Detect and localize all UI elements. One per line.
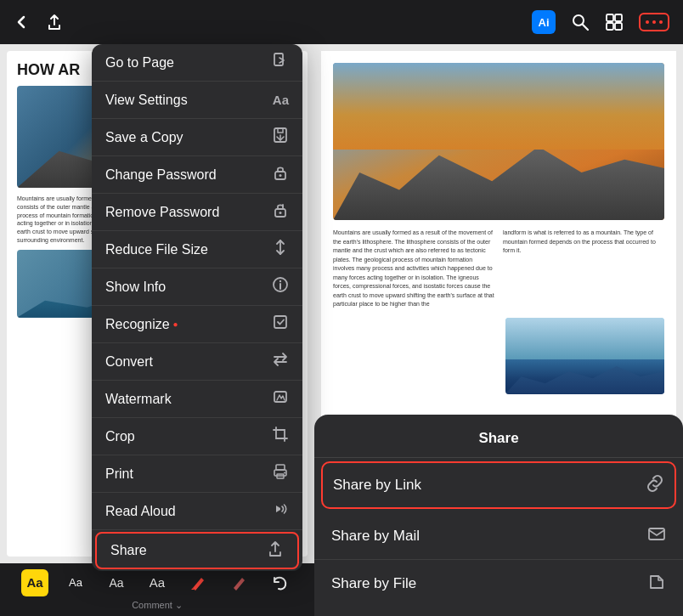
right-lake-image	[505, 318, 664, 394]
share-by-mail-icon	[647, 524, 666, 547]
back-button[interactable]	[14, 14, 31, 31]
share-by-file-icon	[647, 573, 666, 596]
share-by-link-item[interactable]: Share by Link	[321, 461, 676, 509]
crop-icon	[272, 426, 289, 447]
menu-item-convert[interactable]: Convert	[92, 343, 302, 381]
crop-label: Crop	[105, 429, 135, 444]
menu-item-reduce-file-size[interactable]: Reduce File Size	[92, 231, 302, 268]
convert-label: Convert	[105, 354, 153, 370]
svg-rect-20	[274, 316, 286, 328]
eraser-button[interactable]	[225, 569, 252, 596]
menu-item-print[interactable]: Print	[92, 455, 302, 493]
share-by-file-label: Share by File	[331, 575, 416, 592]
bottom-toolbar: Aa Aa Aa Aa Comment	[0, 563, 314, 616]
menu-item-remove-password[interactable]: Remove Password	[92, 194, 302, 231]
read-aloud-icon	[272, 500, 289, 522]
menu-item-view-settings[interactable]: View Settings Aa	[92, 82, 302, 119]
dropdown-menu: Go to Page View Settings Aa Save a Copy …	[92, 44, 302, 571]
menu-item-show-info[interactable]: Show Info	[92, 268, 302, 306]
svg-point-6	[646, 20, 649, 24]
recognize-icon	[272, 314, 289, 335]
change-password-label: Change Password	[105, 167, 217, 183]
svg-point-8	[659, 20, 663, 24]
go-to-page-icon	[272, 52, 289, 73]
share-export-button[interactable]	[46, 14, 63, 31]
change-password-icon	[272, 164, 289, 185]
right-mountain-image	[333, 63, 664, 220]
show-info-label: Show Info	[105, 280, 166, 295]
print-label: Print	[105, 466, 133, 482]
menu-item-crop[interactable]: Crop	[92, 418, 302, 455]
search-button[interactable]	[571, 13, 590, 31]
svg-point-25	[284, 472, 285, 474]
recognize-label: Recognize	[105, 317, 170, 332]
share-icon	[267, 540, 284, 562]
top-toolbar: Ai	[0, 0, 683, 44]
menu-item-share[interactable]: Share	[95, 532, 299, 569]
show-info-icon	[272, 276, 289, 297]
svg-rect-2	[607, 14, 613, 21]
convert-icon	[272, 351, 289, 372]
read-aloud-label: Read Aloud	[105, 504, 176, 519]
svg-rect-5	[615, 23, 622, 30]
share-by-mail-item[interactable]: Share by Mail	[314, 512, 683, 560]
menu-item-read-aloud[interactable]: Read Aloud	[92, 493, 302, 530]
text-highlight-button[interactable]: Aa	[21, 569, 48, 596]
text-medium-button[interactable]: Aa	[103, 569, 130, 596]
text-large-button[interactable]: Aa	[144, 569, 171, 596]
right-text-columns: Mountains are usually formed as a result…	[333, 229, 664, 309]
remove-password-icon	[272, 201, 289, 223]
share-by-link-icon	[646, 474, 664, 497]
view-settings-icon: Aa	[273, 93, 289, 107]
svg-point-7	[652, 20, 656, 24]
svg-point-15	[279, 212, 282, 214]
watermark-label: Watermark	[105, 392, 172, 407]
svg-point-0	[573, 15, 584, 25]
share-by-file-item[interactable]: Share by File	[314, 560, 683, 608]
svg-rect-3	[615, 14, 622, 21]
svg-rect-27	[649, 528, 664, 540]
menu-item-save-copy[interactable]: Save a Copy	[92, 119, 302, 156]
recognize-dot: ●	[173, 319, 178, 329]
svg-rect-4	[607, 23, 613, 30]
share-by-link-label: Share by Link	[333, 477, 421, 494]
menu-item-change-password[interactable]: Change Password	[92, 156, 302, 194]
view-button[interactable]	[605, 13, 624, 31]
menu-item-go-to-page[interactable]: Go to Page	[92, 44, 302, 82]
svg-point-13	[279, 174, 282, 177]
svg-rect-22	[276, 465, 285, 470]
undo-button[interactable]	[266, 569, 293, 596]
view-settings-label: View Settings	[105, 93, 188, 108]
more-button[interactable]	[639, 13, 669, 31]
comment-label[interactable]: Comment ⌄	[132, 600, 183, 611]
svg-point-19	[279, 280, 281, 282]
text-small-button[interactable]: Aa	[62, 569, 89, 596]
pen-red-button[interactable]	[184, 569, 212, 596]
remove-password-label: Remove Password	[105, 205, 219, 220]
ai-button[interactable]: Ai	[532, 10, 556, 34]
svg-line-1	[583, 25, 588, 30]
save-copy-icon	[272, 127, 289, 148]
right-text-col2: landform is what is referred to as a mou…	[503, 229, 664, 309]
share-panel: Share Share by Link Share by Mail Share …	[314, 415, 683, 616]
share-by-mail-label: Share by Mail	[331, 528, 420, 545]
menu-item-watermark[interactable]: Watermark	[92, 381, 302, 418]
menu-item-recognize[interactable]: Recognize ●	[92, 306, 302, 343]
watermark-icon	[272, 388, 289, 410]
svg-marker-26	[276, 506, 280, 512]
share-panel-title: Share	[314, 415, 683, 458]
save-copy-label: Save a Copy	[105, 130, 183, 145]
reduce-file-size-label: Reduce File Size	[105, 242, 208, 257]
right-text-col1: Mountains are usually formed as a result…	[333, 229, 494, 309]
reduce-file-size-icon	[272, 239, 289, 260]
share-label: Share	[110, 543, 147, 558]
print-icon	[272, 463, 289, 484]
go-to-page-label: Go to Page	[105, 55, 174, 71]
